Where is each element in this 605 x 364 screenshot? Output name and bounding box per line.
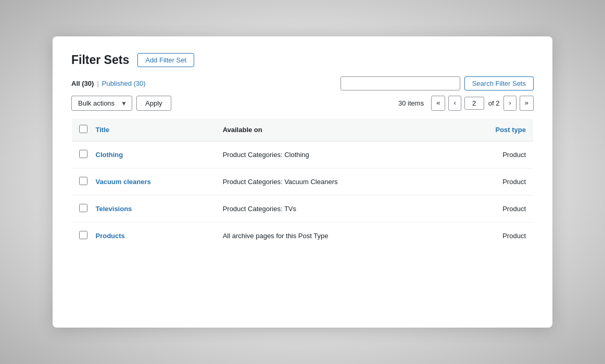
table-row: Products All archive pages for this Post… bbox=[72, 223, 534, 250]
pager-page-input[interactable]: 2 bbox=[464, 97, 484, 110]
col-header-available-on: Available on bbox=[216, 119, 451, 141]
main-card: Filter Sets Add Filter Set All (30) | Pu… bbox=[53, 36, 552, 328]
pager-first-button[interactable]: « bbox=[431, 96, 445, 110]
col-header-title[interactable]: Title bbox=[89, 119, 216, 141]
row-available-on-cell: Product Categories: Vacuum Cleaners bbox=[216, 168, 451, 196]
table-row: Clothing Product Categories: Clothing Pr… bbox=[72, 141, 534, 168]
pager-prev-button[interactable]: ‹ bbox=[448, 96, 461, 110]
row-checkbox-cell bbox=[72, 223, 89, 250]
row-title-link[interactable]: Products bbox=[96, 232, 125, 240]
table-row: Televisions Product Categories: TVs Prod… bbox=[72, 196, 534, 223]
row-post-type-cell: Product bbox=[451, 196, 533, 223]
page-title: Filter Sets bbox=[71, 53, 129, 67]
items-count: 30 items bbox=[398, 99, 424, 107]
bulk-row: Bulk actions ▼ Apply 30 items « ‹ 2 of 2… bbox=[71, 96, 534, 111]
filter-links: All (30) | Published (30) bbox=[71, 80, 146, 87]
header-row: Filter Sets Add Filter Set bbox=[71, 53, 534, 67]
page-wrapper: Filter Sets Add Filter Set All (30) | Pu… bbox=[0, 0, 605, 364]
bulk-actions-select[interactable]: Bulk actions bbox=[71, 96, 132, 111]
row-checkbox-cell bbox=[72, 196, 89, 223]
search-filter-sets-button[interactable]: Search Filter Sets bbox=[464, 76, 534, 90]
row-checkbox[interactable] bbox=[79, 177, 87, 185]
row-available-on-cell: Product Categories: TVs bbox=[216, 196, 451, 223]
row-post-type-cell: Product bbox=[451, 223, 533, 250]
row-title-link[interactable]: Clothing bbox=[96, 151, 123, 159]
table-body: Clothing Product Categories: Clothing Pr… bbox=[72, 141, 534, 250]
row-checkbox-cell bbox=[72, 141, 89, 168]
bulk-select-wrap: Bulk actions ▼ bbox=[71, 96, 132, 111]
col-header-post-type[interactable]: Post type bbox=[451, 119, 533, 141]
filter-nav-row: All (30) | Published (30) Search Filter … bbox=[71, 76, 534, 90]
search-input[interactable] bbox=[341, 76, 460, 90]
row-checkbox[interactable] bbox=[79, 150, 87, 158]
table-row: Vacuum cleaners Product Categories: Vacu… bbox=[72, 168, 534, 196]
add-filter-set-button[interactable]: Add Filter Set bbox=[137, 53, 194, 67]
pager-of-text: of 2 bbox=[488, 99, 500, 107]
pager-last-button[interactable]: » bbox=[520, 96, 534, 110]
bulk-right: 30 items « ‹ 2 of 2 › » bbox=[398, 96, 534, 110]
row-title-cell: Clothing bbox=[89, 141, 216, 168]
filter-table: Title Available on Post type Clothing Pr… bbox=[71, 118, 534, 250]
col-header-check bbox=[72, 119, 89, 141]
filter-link-all[interactable]: All (30) bbox=[71, 80, 94, 87]
row-post-type-cell: Product bbox=[451, 141, 533, 168]
row-checkbox-cell bbox=[72, 168, 89, 196]
row-title-cell: Televisions bbox=[89, 196, 216, 223]
row-title-cell: Vacuum cleaners bbox=[89, 168, 216, 196]
row-title-cell: Products bbox=[89, 223, 216, 250]
pager-next-button[interactable]: › bbox=[503, 96, 516, 110]
search-area: Search Filter Sets bbox=[341, 76, 534, 90]
row-title-link[interactable]: Vacuum cleaners bbox=[96, 178, 151, 186]
row-checkbox[interactable] bbox=[79, 231, 87, 239]
select-all-checkbox[interactable] bbox=[79, 125, 87, 133]
bulk-left: Bulk actions ▼ Apply bbox=[71, 96, 171, 111]
filter-separator: | bbox=[97, 80, 98, 87]
table-header-row: Title Available on Post type bbox=[72, 119, 534, 141]
row-post-type-cell: Product bbox=[451, 168, 533, 196]
row-checkbox[interactable] bbox=[79, 204, 87, 212]
filter-link-published[interactable]: Published (30) bbox=[102, 80, 146, 87]
row-available-on-cell: Product Categories: Clothing bbox=[216, 141, 451, 168]
row-available-on-cell: All archive pages for this Post Type bbox=[216, 223, 451, 250]
row-title-link[interactable]: Televisions bbox=[96, 205, 132, 213]
apply-button[interactable]: Apply bbox=[136, 96, 171, 111]
